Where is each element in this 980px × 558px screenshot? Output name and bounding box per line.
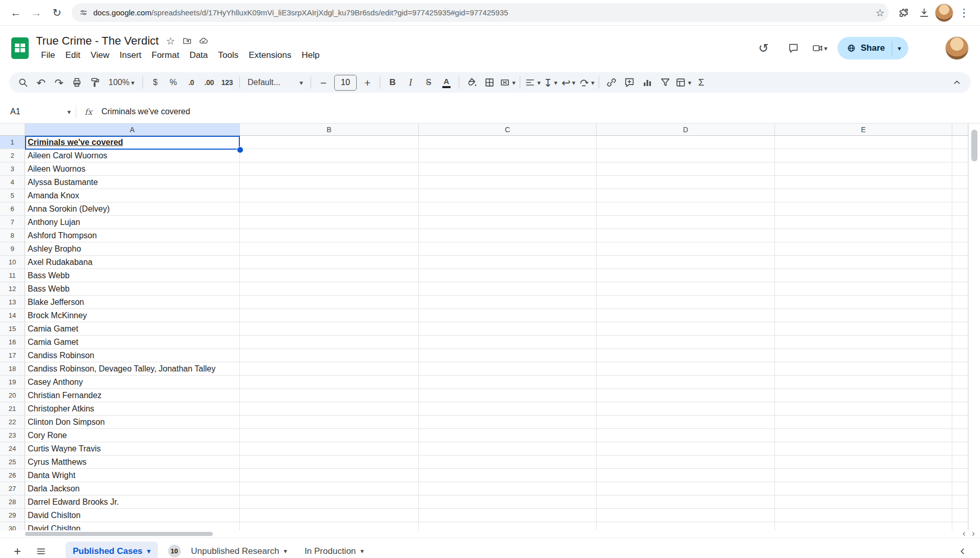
cell-B12[interactable] bbox=[240, 282, 419, 296]
cell-B28[interactable] bbox=[240, 495, 419, 509]
browser-back-button[interactable]: ← bbox=[6, 3, 26, 23]
row-header-18[interactable]: 18 bbox=[0, 362, 25, 376]
redo-button[interactable]: ↷ bbox=[50, 74, 68, 91]
horizontal-scrollbar[interactable] bbox=[0, 530, 980, 538]
vertical-scrollbar-thumb[interactable] bbox=[971, 130, 977, 161]
name-box[interactable]: A1 ▾ bbox=[0, 107, 76, 116]
cell-D8[interactable] bbox=[597, 229, 775, 242]
cell-D11[interactable] bbox=[597, 269, 775, 282]
row-header-10[interactable]: 10 bbox=[0, 256, 25, 269]
row-header-4[interactable]: 4 bbox=[0, 176, 25, 189]
add-sheet-button[interactable]: + bbox=[7, 541, 28, 558]
cell-B18[interactable] bbox=[240, 362, 419, 376]
doc-title[interactable]: True Crime - The Verdict bbox=[36, 34, 159, 48]
menu-insert[interactable]: Insert bbox=[114, 49, 147, 62]
cell-F1[interactable] bbox=[952, 136, 968, 149]
cell-C27[interactable] bbox=[419, 482, 597, 495]
row-header-27[interactable]: 27 bbox=[0, 482, 25, 495]
cell-E25[interactable] bbox=[775, 456, 952, 469]
column-header-D[interactable]: D bbox=[597, 123, 775, 136]
bookmark-star-icon[interactable]: ☆ bbox=[875, 8, 885, 18]
cell-B11[interactable] bbox=[240, 269, 419, 282]
cell-F15[interactable] bbox=[952, 322, 968, 336]
site-info-icon[interactable] bbox=[79, 8, 88, 17]
share-button[interactable]: Share ▾ bbox=[838, 37, 908, 59]
cell-F13[interactable] bbox=[952, 296, 968, 309]
insert-chart-button[interactable] bbox=[639, 74, 656, 91]
cell-F23[interactable] bbox=[952, 429, 968, 442]
cell-E4[interactable] bbox=[775, 176, 952, 189]
horizontal-scrollbar-thumb[interactable] bbox=[25, 532, 213, 536]
cell-A17[interactable]: Candiss Robinson bbox=[25, 349, 240, 362]
cell-C2[interactable] bbox=[419, 149, 597, 162]
cell-C22[interactable] bbox=[419, 416, 597, 429]
cell-F16[interactable] bbox=[952, 336, 968, 349]
menu-help[interactable]: Help bbox=[296, 49, 324, 62]
cell-D6[interactable] bbox=[597, 202, 775, 216]
cell-B5[interactable] bbox=[240, 189, 419, 202]
cell-D15[interactable] bbox=[597, 322, 775, 336]
cell-A6[interactable]: Anna Sorokin (Delvey) bbox=[25, 202, 240, 216]
account-avatar[interactable] bbox=[945, 36, 969, 60]
cell-D30[interactable] bbox=[597, 522, 775, 530]
column-header-E[interactable]: E bbox=[775, 123, 952, 136]
cell-D2[interactable] bbox=[597, 149, 775, 162]
cell-C9[interactable] bbox=[419, 242, 597, 256]
fill-handle[interactable] bbox=[237, 147, 243, 153]
cell-A22[interactable]: Clinton Don Simpson bbox=[25, 416, 240, 429]
cell-B10[interactable] bbox=[240, 256, 419, 269]
cell-B19[interactable] bbox=[240, 376, 419, 389]
table-views-button[interactable]: ▾ bbox=[675, 74, 692, 91]
fill-color-button[interactable] bbox=[463, 74, 480, 91]
browser-profile-avatar[interactable] bbox=[935, 4, 953, 22]
cell-E28[interactable] bbox=[775, 495, 952, 509]
row-header-1[interactable]: 1 bbox=[0, 136, 25, 149]
cell-F25[interactable] bbox=[952, 456, 968, 469]
cell-C8[interactable] bbox=[419, 229, 597, 242]
cell-B15[interactable] bbox=[240, 322, 419, 336]
cell-A10[interactable]: Axel Rudakabana bbox=[25, 256, 240, 269]
browser-forward-button[interactable]: → bbox=[27, 3, 46, 23]
cell-E21[interactable] bbox=[775, 402, 952, 416]
cell-F27[interactable] bbox=[952, 482, 968, 495]
vertical-scrollbar[interactable] bbox=[968, 123, 980, 530]
cell-B22[interactable] bbox=[240, 416, 419, 429]
cell-B17[interactable] bbox=[240, 349, 419, 362]
cell-D21[interactable] bbox=[597, 402, 775, 416]
cell-A16[interactable]: Camia Gamet bbox=[25, 336, 240, 349]
cell-A5[interactable]: Amanda Knox bbox=[25, 189, 240, 202]
cell-C26[interactable] bbox=[419, 469, 597, 482]
cell-F10[interactable] bbox=[952, 256, 968, 269]
cell-C5[interactable] bbox=[419, 189, 597, 202]
print-button[interactable] bbox=[68, 74, 86, 91]
cell-B24[interactable] bbox=[240, 442, 419, 456]
row-header-30[interactable]: 30 bbox=[0, 522, 25, 530]
cell-D27[interactable] bbox=[597, 482, 775, 495]
cell-C21[interactable] bbox=[419, 402, 597, 416]
cell-A12[interactable]: Bass Webb bbox=[25, 282, 240, 296]
cell-E12[interactable] bbox=[775, 282, 952, 296]
zoom-select[interactable]: 100%▾ bbox=[104, 74, 139, 91]
row-header-24[interactable]: 24 bbox=[0, 442, 25, 456]
font-select[interactable]: Default...▾ bbox=[243, 74, 307, 91]
row-header-16[interactable]: 16 bbox=[0, 336, 25, 349]
row-header-7[interactable]: 7 bbox=[0, 216, 25, 229]
increase-font-size-button[interactable]: + bbox=[359, 74, 376, 91]
row-header-9[interactable]: 9 bbox=[0, 242, 25, 256]
cell-F4[interactable] bbox=[952, 176, 968, 189]
cell-F21[interactable] bbox=[952, 402, 968, 416]
cell-C16[interactable] bbox=[419, 336, 597, 349]
cell-D3[interactable] bbox=[597, 162, 775, 176]
format-currency-button[interactable]: $ bbox=[147, 74, 164, 91]
cell-F18[interactable] bbox=[952, 362, 968, 376]
cell-A4[interactable]: Alyssa Bustamante bbox=[25, 176, 240, 189]
cell-D25[interactable] bbox=[597, 456, 775, 469]
cell-F20[interactable] bbox=[952, 389, 968, 402]
cell-E2[interactable] bbox=[775, 149, 952, 162]
cell-D22[interactable] bbox=[597, 416, 775, 429]
cell-B23[interactable] bbox=[240, 429, 419, 442]
cell-D28[interactable] bbox=[597, 495, 775, 509]
cell-E29[interactable] bbox=[775, 509, 952, 522]
cell-A20[interactable]: Christian Fernandez bbox=[25, 389, 240, 402]
cell-A23[interactable]: Cory Rone bbox=[25, 429, 240, 442]
